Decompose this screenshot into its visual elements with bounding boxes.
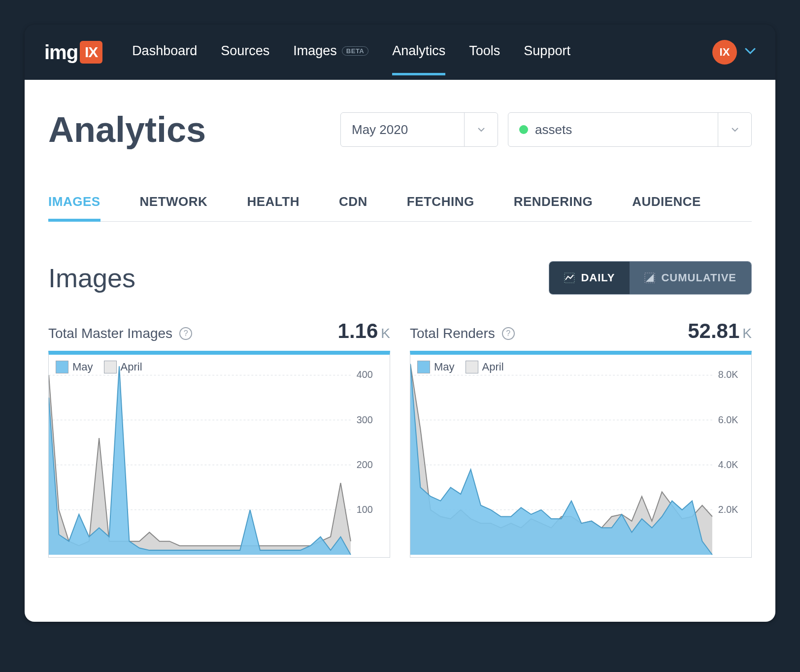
filter-dropdowns: May 2020 assets xyxy=(340,112,752,147)
toggle-daily-label: DAILY xyxy=(581,271,615,284)
chart-value: 52.81K xyxy=(688,319,752,343)
chart-label-text: Total Renders xyxy=(410,326,495,341)
chart-svg: 2.0K4.0K6.0K8.0K xyxy=(410,355,751,557)
legend-april: April xyxy=(466,361,504,373)
chevron-down-icon xyxy=(464,113,498,146)
legend-swatch-icon xyxy=(466,361,478,373)
chart-value-num: 1.16 xyxy=(338,319,378,342)
chart-box: May April 2.0K4.0K6.0K8.0K xyxy=(410,351,752,558)
date-dropdown[interactable]: May 2020 xyxy=(340,112,498,147)
legend-label: April xyxy=(121,361,142,373)
tab-cdn[interactable]: CDN xyxy=(339,194,367,221)
chart-value: 1.16K xyxy=(338,319,390,343)
tab-audience[interactable]: AUDIENCE xyxy=(632,194,701,221)
chart-label-text: Total Master Images xyxy=(48,326,172,341)
legend-swatch-icon xyxy=(56,361,68,373)
svg-text:6.0K: 6.0K xyxy=(718,414,738,425)
status-dot-icon xyxy=(519,125,528,134)
page-header: Analytics May 2020 assets xyxy=(48,109,752,150)
nav-tools[interactable]: Tools xyxy=(469,43,500,62)
toggle-daily[interactable]: DAILY xyxy=(549,262,630,294)
toggle-cumulative[interactable]: CUMULATIVE xyxy=(630,262,751,294)
date-value: May 2020 xyxy=(352,122,408,137)
help-icon[interactable]: ? xyxy=(179,327,192,340)
avatar[interactable]: IX xyxy=(712,40,737,65)
svg-text:400: 400 xyxy=(357,369,373,380)
svg-text:100: 100 xyxy=(357,504,373,515)
logo-prefix: img xyxy=(44,41,78,64)
nav-images-label: Images xyxy=(293,43,337,59)
legend-april: April xyxy=(104,361,142,373)
legend-label: May xyxy=(434,361,455,373)
view-toggle: DAILY CUMULATIVE xyxy=(549,261,752,295)
toggle-cumulative-label: CUMULATIVE xyxy=(661,271,736,284)
chart-legend: May April xyxy=(417,361,504,373)
chevron-down-icon xyxy=(718,113,751,146)
tab-health[interactable]: HEALTH xyxy=(247,194,300,221)
chart-box: May April 100200300400 xyxy=(48,351,390,558)
daily-chart-icon xyxy=(564,272,575,283)
chart-total-renders: Total Renders ? 52.81K May April 2.0K4.0… xyxy=(410,319,752,558)
app-window: img IX Dashboard Sources Images BETA Ana… xyxy=(25,25,775,622)
legend-swatch-icon xyxy=(104,361,117,373)
chart-svg: 100200300400 xyxy=(49,355,390,557)
main-nav: Dashboard Sources Images BETA Analytics … xyxy=(132,43,698,62)
chart-value-num: 52.81 xyxy=(688,319,739,342)
chart-legend: May April xyxy=(56,361,142,373)
nav-sources[interactable]: Sources xyxy=(221,43,269,62)
source-dropdown[interactable]: assets xyxy=(508,112,752,147)
help-icon[interactable]: ? xyxy=(502,327,515,340)
tab-network[interactable]: NETWORK xyxy=(140,194,208,221)
charts-row: Total Master Images ? 1.16K May April 10… xyxy=(48,319,752,558)
chart-value-unit: K xyxy=(742,326,752,341)
svg-text:2.0K: 2.0K xyxy=(718,504,738,515)
legend-label: April xyxy=(482,361,504,373)
legend-label: May xyxy=(72,361,93,373)
sub-tabs: IMAGES NETWORK HEALTH CDN FETCHING RENDE… xyxy=(48,194,752,222)
nav-analytics[interactable]: Analytics xyxy=(392,43,445,62)
page-title: Analytics xyxy=(48,109,340,150)
topbar: img IX Dashboard Sources Images BETA Ana… xyxy=(25,25,775,80)
content: Analytics May 2020 assets xyxy=(25,80,775,622)
legend-may: May xyxy=(56,361,93,373)
legend-may: May xyxy=(417,361,455,373)
chart-master-images: Total Master Images ? 1.16K May April 10… xyxy=(48,319,390,558)
cumulative-chart-icon xyxy=(644,272,655,283)
svg-text:4.0K: 4.0K xyxy=(718,459,738,470)
section-header: Images DAILY CUMULATIVE xyxy=(48,261,752,295)
svg-text:8.0K: 8.0K xyxy=(718,369,738,380)
logo-box-icon: IX xyxy=(80,41,102,64)
tab-fetching[interactable]: FETCHING xyxy=(407,194,474,221)
tab-images[interactable]: IMAGES xyxy=(48,194,100,221)
chart-value-unit: K xyxy=(381,326,390,341)
chart-label: Total Renders ? xyxy=(410,326,515,341)
section-title: Images xyxy=(48,263,549,293)
nav-images[interactable]: Images BETA xyxy=(293,43,368,62)
svg-text:300: 300 xyxy=(357,414,373,425)
beta-badge: BETA xyxy=(342,46,368,56)
source-value: assets xyxy=(535,122,572,137)
chart-label: Total Master Images ? xyxy=(48,326,192,341)
tab-rendering[interactable]: RENDERING xyxy=(514,194,593,221)
avatar-chevron-icon[interactable] xyxy=(745,48,756,57)
nav-dashboard[interactable]: Dashboard xyxy=(132,43,197,62)
legend-swatch-icon xyxy=(417,361,430,373)
nav-support[interactable]: Support xyxy=(524,43,570,62)
logo[interactable]: img IX xyxy=(44,41,102,64)
svg-text:200: 200 xyxy=(357,459,373,470)
